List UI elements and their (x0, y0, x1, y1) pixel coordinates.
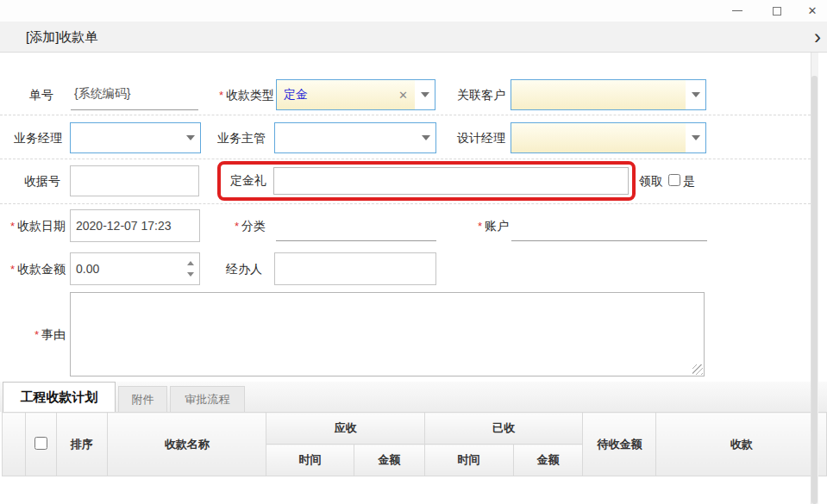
collect-checkbox[interactable] (668, 174, 680, 186)
deposit-gift-input[interactable] (273, 167, 629, 195)
account-label: *账户 (455, 208, 509, 243)
required-mark: * (235, 220, 239, 233)
payment-amount-label: *收款金额 (0, 252, 66, 286)
col-group-received[interactable]: 已收 (424, 413, 583, 445)
select-all-checkbox[interactable] (34, 437, 47, 450)
handler-input[interactable] (274, 252, 436, 285)
reason-label: *事由 (0, 317, 66, 352)
chevron-down-icon (422, 135, 430, 140)
chevron-right-icon[interactable]: › (814, 23, 821, 51)
category-field[interactable] (276, 208, 436, 241)
payment-date-input[interactable] (70, 209, 200, 242)
account-field[interactable] (511, 208, 707, 241)
required-mark: * (478, 220, 482, 233)
col-receivable-time[interactable]: 时间 (266, 445, 354, 476)
order-no-field[interactable]: {系统编码} (71, 78, 198, 110)
vertical-scrollbar-thumb[interactable] (811, 76, 818, 504)
tab-approval-flow[interactable]: 审批流程 (170, 386, 245, 412)
design-manager-value (511, 123, 686, 152)
close-icon: ✕ (808, 5, 818, 16)
chevron-down-icon (421, 92, 429, 97)
required-mark: * (10, 263, 15, 276)
col-group-receivable[interactable]: 应收 (266, 413, 424, 445)
related-customer-dropdown-arrow[interactable] (686, 80, 705, 109)
collect-yes-label: 是 (683, 164, 700, 198)
col-sort[interactable]: 排序 (56, 413, 107, 476)
select-all-cell (25, 413, 56, 476)
reason-textarea[interactable] (70, 292, 705, 376)
col-pending-amount[interactable]: 待收金额 (583, 413, 656, 476)
row-handle-column (3, 413, 26, 476)
tab-attachments[interactable]: 附件 (118, 386, 167, 412)
deposit-gift-highlight-box: 定金礼 (217, 161, 636, 201)
category-label: *分类 (216, 208, 266, 243)
receipt-no-input[interactable] (70, 165, 199, 196)
order-no-label: 单号 (0, 78, 53, 112)
close-button[interactable]: ✕ (798, 0, 827, 22)
handler-label: 经办人 (207, 252, 262, 286)
payment-amount-spinner (70, 252, 200, 285)
related-customer-combo[interactable] (511, 79, 706, 110)
business-manager-value (71, 123, 180, 152)
row-separator (0, 115, 811, 115)
resize-handle[interactable] (692, 364, 703, 375)
related-customer-value (511, 80, 686, 109)
col-received-time[interactable]: 时间 (424, 445, 513, 476)
payment-plan-table: 排序 收款名称 应收 已收 待收金额 收款 时间 金额 时间 金额 (2, 412, 827, 476)
required-mark: * (34, 328, 39, 341)
clear-icon[interactable]: ✕ (398, 89, 408, 102)
payment-amount-input[interactable] (71, 253, 182, 284)
amount-stepper[interactable] (182, 253, 199, 284)
minimize-button[interactable] (723, 0, 752, 22)
business-manager-combo[interactable] (70, 122, 201, 153)
col-payment-name[interactable]: 收款名称 (107, 413, 266, 476)
business-supervisor-label: 业务主管 (204, 121, 266, 155)
row-separator (0, 203, 811, 204)
order-no-value: {系统编码} (74, 86, 130, 100)
business-manager-dropdown-arrow[interactable] (180, 123, 200, 152)
dialog-header: [添加]收款单 › (0, 22, 827, 53)
maximize-button[interactable] (762, 0, 792, 22)
col-clipped[interactable]: 收款 (656, 413, 827, 476)
payment-type-dropdown-arrow[interactable] (415, 80, 435, 109)
business-supervisor-dropdown-arrow[interactable] (416, 123, 435, 152)
chevron-down-icon (692, 135, 700, 140)
receipt-dialog: ✕ [添加]收款单 › 单号 {系统编码} *收款类型 定金 ✕ 关联客户 业务… (0, 0, 827, 504)
receipt-no-label: 收据号 (0, 164, 60, 198)
spin-down-icon[interactable] (187, 272, 194, 277)
business-manager-label: 业务经理 (0, 121, 62, 155)
deposit-gift-label: 定金礼 (230, 173, 266, 189)
row-separator (0, 159, 811, 159)
payment-date-label: *收款日期 (0, 208, 66, 243)
design-manager-dropdown-arrow[interactable] (686, 123, 705, 152)
window-titlebar: ✕ (0, 0, 827, 22)
chevron-down-icon (692, 92, 700, 97)
col-received-amount[interactable]: 金额 (513, 445, 583, 476)
collect-label: 领取 (639, 164, 665, 198)
required-mark: * (219, 89, 223, 102)
chevron-down-icon (186, 135, 195, 140)
minimize-icon (732, 10, 742, 11)
col-receivable-amount[interactable]: 金额 (354, 445, 424, 476)
design-manager-combo[interactable] (511, 122, 706, 153)
maximize-icon (773, 7, 781, 16)
payment-type-label: *收款类型 (195, 78, 274, 112)
related-customer-label: 关联客户 (440, 78, 505, 112)
design-manager-label: 设计经理 (440, 121, 505, 155)
required-mark: * (10, 220, 15, 233)
spin-up-icon[interactable] (187, 261, 194, 265)
dialog-title: [添加]收款单 (26, 22, 97, 53)
payment-type-combo[interactable]: 定金 ✕ (276, 79, 435, 110)
tab-project-payment-plan[interactable]: 工程收款计划 (3, 382, 116, 412)
payment-type-value: 定金 ✕ (277, 80, 415, 109)
tab-bar: 工程收款计划 附件 审批流程 (0, 382, 827, 412)
business-supervisor-combo[interactable] (274, 122, 436, 153)
business-supervisor-value (275, 123, 416, 152)
